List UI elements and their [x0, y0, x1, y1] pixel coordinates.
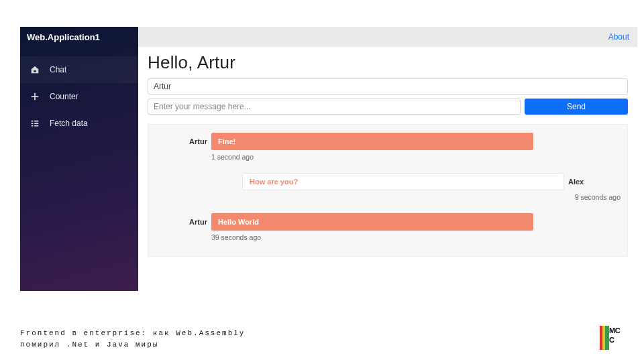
- message-timestamp: 1 second ago: [155, 153, 621, 161]
- page-title: Hello, Artur: [148, 52, 628, 73]
- sidebar: Web.Application1 Chat Counter: [20, 27, 138, 291]
- message-timestamp: 9 seconds ago: [155, 193, 621, 201]
- footer-line: Frontend в enterprise: как Web.Assembly: [20, 328, 245, 339]
- sidebar-item-fetchdata[interactable]: Fetch data: [20, 110, 138, 137]
- send-button[interactable]: Send: [525, 99, 628, 115]
- message-author: Alex: [564, 178, 621, 186]
- message-bubble: Hello World: [211, 213, 533, 231]
- list-icon: [30, 118, 40, 129]
- message-bubble: Fine!: [211, 133, 533, 150]
- plus-icon: [30, 91, 40, 102]
- sidebar-item-label: Counter: [50, 92, 78, 101]
- message-timestamp: 39 seconds ago: [155, 233, 621, 241]
- message-author: Artur: [155, 218, 211, 226]
- content-area: About Hello, Artur Send Artur Fine!: [138, 27, 637, 291]
- name-input[interactable]: [148, 78, 628, 95]
- chat-panel: Artur Fine! 1 second ago How are you? Al…: [148, 124, 628, 257]
- message-bubble: How are you?: [242, 173, 564, 190]
- mcc-logo-icon: MC C: [600, 326, 624, 350]
- footer-line: помирил .Net и Java миры: [20, 339, 245, 351]
- slide-footer: Frontend в enterprise: как Web.Assembly …: [20, 328, 245, 350]
- about-link[interactable]: About: [608, 32, 629, 42]
- sidebar-item-label: Chat: [50, 65, 66, 74]
- app-brand: Web.Application1: [20, 28, 107, 46]
- topbar: About: [138, 27, 637, 47]
- chat-message: Artur Hello World 39 seconds ago: [155, 213, 621, 247]
- chat-message: How are you? Alex 9 seconds ago: [155, 173, 621, 206]
- message-input[interactable]: [148, 99, 521, 115]
- app-window: Web.Application1 Chat Counter: [20, 27, 637, 291]
- chat-message: Artur Fine! 1 second ago: [155, 133, 621, 166]
- sidebar-item-chat[interactable]: Chat: [20, 56, 138, 83]
- home-icon: [30, 64, 40, 75]
- sidebar-item-counter[interactable]: Counter: [20, 83, 138, 110]
- message-author: Artur: [155, 137, 211, 145]
- sidebar-item-label: Fetch data: [50, 119, 88, 128]
